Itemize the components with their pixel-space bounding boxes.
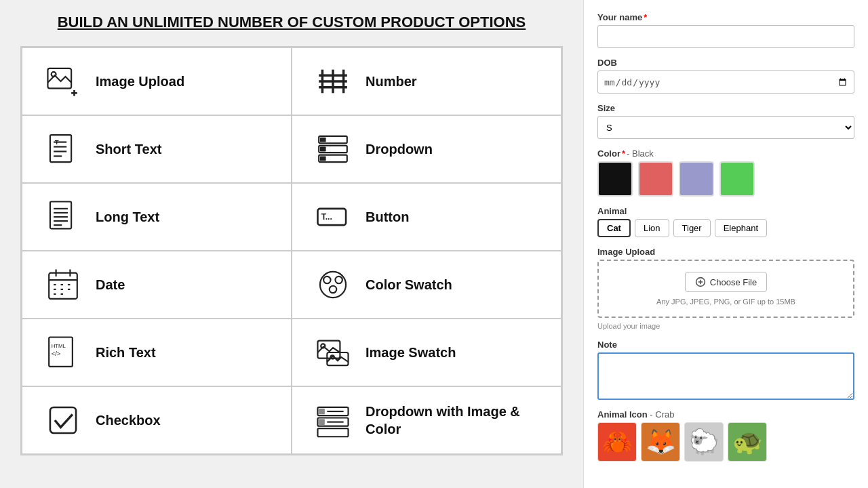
- long-text-icon: [43, 199, 83, 235]
- size-select[interactable]: S M L XL: [597, 116, 854, 139]
- color-field-group: Color*- Black: [597, 148, 854, 197]
- svg-rect-56: [317, 428, 348, 436]
- grid-cell-checkbox[interactable]: Checkbox: [22, 386, 292, 454]
- grid-cell-long-text[interactable]: Long Text: [22, 183, 292, 251]
- dropdown-icon: [313, 131, 353, 167]
- grid-cell-image-swatch[interactable]: Image Swatch: [292, 319, 561, 386]
- number-icon: [313, 64, 353, 99]
- dob-label: DOB: [597, 58, 854, 68]
- dropdown-image-color-icon: [313, 403, 353, 438]
- grid-cell-rich-text[interactable]: HTML </> Rich Text: [22, 319, 292, 386]
- color-swatch-purple[interactable]: [679, 161, 714, 197]
- animal-icon-field-group: Animal Icon - Crab 🦀 🦊 🐑 🐢: [597, 409, 854, 462]
- svg-point-44: [335, 277, 342, 283]
- cell-label-long-text: Long Text: [96, 209, 159, 225]
- animal-tag-cat[interactable]: Cat: [597, 219, 631, 237]
- cell-label-button: Button: [366, 209, 409, 225]
- rich-text-icon: HTML </>: [43, 335, 83, 370]
- cell-label-image-swatch: Image Swatch: [366, 345, 456, 361]
- svg-rect-57: [319, 409, 325, 415]
- color-swatches-container: [597, 161, 854, 197]
- svg-point-43: [323, 277, 330, 283]
- svg-rect-19: [320, 138, 326, 142]
- checkbox-icon: [43, 403, 83, 438]
- svg-rect-10: [50, 135, 71, 162]
- svg-point-45: [330, 286, 336, 293]
- upload-icon: [695, 277, 706, 287]
- animal-tag-elephant[interactable]: Elephant: [715, 219, 767, 237]
- svg-rect-58: [319, 419, 325, 425]
- size-label: Size: [597, 103, 854, 113]
- choose-file-label: Choose File: [710, 277, 757, 287]
- image-swatch-icon: [313, 335, 353, 370]
- animal-icon-sheep[interactable]: 🐑: [684, 422, 724, 462]
- date-icon: [43, 267, 83, 302]
- grid-cell-dropdown-image-color[interactable]: Dropdown with Image & Color: [292, 386, 561, 454]
- animal-tags-container: Cat Lion Tiger Elephant: [597, 219, 854, 237]
- grid-cell-short-text[interactable]: T Short Text: [22, 115, 292, 183]
- cell-label-date: Date: [96, 277, 125, 293]
- animal-label: Animal: [597, 206, 854, 216]
- svg-rect-20: [320, 147, 326, 152]
- dob-input[interactable]: [597, 70, 854, 94]
- short-text-icon: T: [43, 131, 83, 167]
- your-name-input[interactable]: [597, 25, 854, 48]
- button-icon: T...: [313, 199, 353, 235]
- dob-field-group: DOB: [597, 58, 854, 94]
- svg-text:T...: T...: [321, 212, 332, 222]
- grid-cell-color-swatch[interactable]: Color Swatch: [292, 251, 561, 319]
- main-title: BUILD AN UNLIMITED NUMBER OF CUSTOM PROD…: [20, 14, 563, 31]
- grid-cell-button[interactable]: T... Button: [292, 183, 561, 251]
- size-field-group: Size S M L XL: [597, 103, 854, 139]
- animal-tag-tiger[interactable]: Tiger: [673, 219, 711, 237]
- color-swatch-black[interactable]: [597, 161, 633, 197]
- cell-label-color-swatch: Color Swatch: [366, 277, 452, 293]
- image-upload-icon: [43, 64, 83, 99]
- cell-label-image-upload: Image Upload: [96, 74, 184, 89]
- right-panel: Your name* DOB Size S M L XL Color*- Bla…: [583, 0, 868, 488]
- cell-label-short-text: Short Text: [96, 142, 161, 157]
- cell-label-number: Number: [366, 74, 417, 89]
- note-label: Note: [597, 340, 854, 350]
- svg-text:T: T: [55, 138, 59, 146]
- animal-field-group: Animal Cat Lion Tiger Elephant: [597, 206, 854, 237]
- svg-rect-21: [320, 156, 326, 161]
- choose-file-button[interactable]: Choose File: [685, 272, 767, 292]
- animal-icon-turtle[interactable]: 🐢: [728, 422, 767, 462]
- image-upload-label: Image Upload: [597, 247, 854, 257]
- animal-icon-label: Animal Icon - Crab: [597, 409, 854, 420]
- cell-label-checkbox: Checkbox: [96, 413, 161, 428]
- animal-tag-lion[interactable]: Lion: [635, 219, 669, 237]
- options-grid: Image Upload Number: [20, 46, 563, 455]
- note-field-group: Note: [597, 340, 854, 400]
- color-swatch-red[interactable]: [638, 161, 673, 197]
- svg-text:</>: </>: [52, 350, 61, 357]
- grid-cell-image-upload[interactable]: Image Upload: [22, 47, 292, 115]
- cell-label-dropdown: Dropdown: [366, 142, 433, 157]
- svg-rect-30: [49, 273, 77, 299]
- grid-cell-dropdown[interactable]: Dropdown: [292, 115, 561, 183]
- svg-rect-53: [50, 407, 76, 433]
- upload-hint: Any JPG, JPEG, PNG, or GIF up to 15MB: [656, 298, 795, 306]
- color-swatch-icon: [313, 267, 353, 302]
- cell-label-dropdown-image-color: Dropdown with Image & Color: [366, 403, 540, 438]
- left-panel: BUILD AN UNLIMITED NUMBER OF CUSTOM PROD…: [0, 0, 583, 488]
- grid-cell-number[interactable]: Number: [292, 47, 561, 115]
- svg-text:HTML: HTML: [52, 343, 66, 349]
- image-upload-field-group: Image Upload Choose File Any JPG, JPEG, …: [597, 247, 854, 330]
- grid-cell-date[interactable]: Date: [22, 251, 292, 319]
- animal-icons-container: 🦀 🦊 🐑 🐢: [597, 422, 854, 462]
- upload-area[interactable]: Choose File Any JPG, JPEG, PNG, or GIF u…: [597, 260, 854, 318]
- upload-note: Upload your image: [597, 322, 854, 330]
- animal-icon-fox[interactable]: 🦊: [641, 422, 680, 462]
- note-textarea[interactable]: [597, 352, 854, 400]
- your-name-field-group: Your name*: [597, 12, 854, 48]
- cell-label-rich-text: Rich Text: [96, 345, 156, 361]
- color-swatch-green[interactable]: [719, 161, 755, 197]
- color-label: Color*- Black: [597, 148, 854, 159]
- animal-icon-crab[interactable]: 🦀: [597, 422, 637, 462]
- your-name-label: Your name*: [597, 12, 854, 22]
- svg-point-42: [320, 272, 346, 298]
